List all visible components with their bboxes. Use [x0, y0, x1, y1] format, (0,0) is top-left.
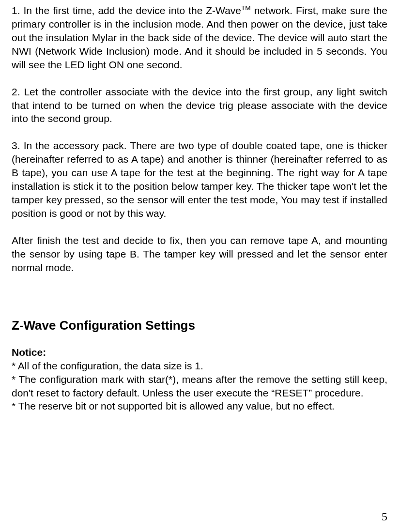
notice-line-2: * The configuration mark with star(*), m…	[12, 373, 387, 400]
trademark-symbol: TM	[241, 4, 251, 12]
notice-block: Notice: * All of the configuration, the …	[12, 347, 387, 413]
paragraph-2: 2. Let the controller associate with the…	[12, 85, 387, 126]
notice-label: Notice:	[12, 347, 387, 358]
paragraph-3: 3. In the accessory pack. There are two …	[12, 139, 387, 220]
notice-line-3: * The reserve bit or not supported bit i…	[12, 399, 387, 413]
paragraph-4: After finish the test and decide to fix,…	[12, 234, 387, 274]
notice-line-1: * All of the configuration, the data siz…	[12, 359, 387, 373]
paragraph-1-pre: 1. In the first time, add the device int…	[12, 5, 241, 16]
section-heading: Z-Wave Configuration Settings	[12, 318, 387, 333]
page-number: 5	[382, 510, 387, 523]
page-content: 1. In the first time, add the device int…	[0, 0, 399, 425]
paragraph-1: 1. In the first time, add the device int…	[12, 4, 387, 72]
